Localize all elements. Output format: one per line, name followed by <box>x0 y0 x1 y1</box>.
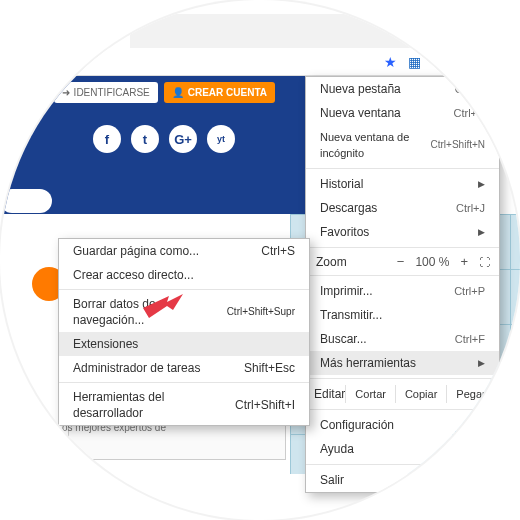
chevron-right-icon: ▶ <box>478 441 485 457</box>
menu-exit[interactable]: Salir <box>306 468 499 492</box>
opera-icon[interactable] <box>478 54 494 70</box>
zoom-out-button[interactable]: − <box>397 254 405 269</box>
submenu-clear-data[interactable]: Borrar datos de navegación... Ctrl+Shift… <box>59 292 309 332</box>
menu-separator <box>306 168 499 169</box>
chevron-right-icon: ▶ <box>478 176 485 192</box>
create-account-button[interactable]: 👤 CREAR CUENTA <box>164 82 275 103</box>
menu-downloads[interactable]: Descargas Ctrl+J <box>306 196 499 220</box>
cut-button[interactable]: Cortar <box>345 385 395 403</box>
menu-separator <box>306 275 499 276</box>
menu-zoom-row: Zoom − 100 % + ⛶ <box>306 251 499 272</box>
identify-button[interactable]: ➜ IDENTIFICARSE <box>54 82 158 103</box>
extension-toolbar: ★ ▦ ✎ <box>0 48 500 76</box>
menu-history[interactable]: Historial ▶ <box>306 172 499 196</box>
sel-extension-icon[interactable] <box>454 54 470 70</box>
youtube-icon[interactable]: yt <box>207 125 235 153</box>
user-plus-icon: 👤 <box>172 87 184 98</box>
menu-print[interactable]: Imprimir... Ctrl+P <box>306 279 499 303</box>
twitter-icon[interactable]: t <box>131 125 159 153</box>
fullscreen-icon[interactable]: ⛶ <box>479 256 489 268</box>
menu-help[interactable]: Ayuda ▶ <box>306 437 499 461</box>
menu-cast[interactable]: Transmitir... <box>306 303 499 327</box>
svg-marker-0 <box>143 294 183 318</box>
create-label: CREAR CUENTA <box>188 87 267 98</box>
menu-separator <box>306 464 499 465</box>
submenu-create-shortcut[interactable]: Crear acceso directo... <box>59 263 309 287</box>
browser-main-menu: Nueva pestaña Ctrl+T Nueva ventana Ctrl+… <box>305 76 500 493</box>
menu-more-tools[interactable]: Más herramientas ▶ <box>306 351 499 375</box>
annotation-arrow-icon <box>143 290 183 318</box>
login-icon: ➜ <box>62 87 70 98</box>
social-icons: f t G+ yt <box>93 125 235 153</box>
menu-new-tab[interactable]: Nueva pestaña Ctrl+T <box>306 77 499 101</box>
google-plus-icon[interactable]: G+ <box>169 125 197 153</box>
browser-tab-strip <box>130 14 420 48</box>
chevron-right-icon: ▶ <box>478 224 485 240</box>
menu-new-window[interactable]: Nueva ventana Ctrl+N <box>306 101 499 125</box>
paste-button[interactable]: Pegar <box>446 385 494 403</box>
more-tools-submenu: Guardar página como... Ctrl+S Crear acce… <box>58 238 310 426</box>
menu-separator <box>306 378 499 379</box>
extension-icon[interactable]: ✎ <box>430 54 446 70</box>
facebook-icon[interactable]: f <box>93 125 121 153</box>
menu-incognito[interactable]: Nueva ventana de incógnito Ctrl+Shift+N <box>306 125 499 165</box>
submenu-extensions[interactable]: Extensiones <box>59 332 309 356</box>
submenu-task-manager[interactable]: Administrador de tareas Shift+Esc <box>59 356 309 380</box>
copy-button[interactable]: Copiar <box>395 385 446 403</box>
submenu-save-page[interactable]: Guardar página como... Ctrl+S <box>59 239 309 263</box>
menu-separator <box>306 409 499 410</box>
zoom-value: 100 % <box>415 255 449 269</box>
reader-icon[interactable]: ▦ <box>406 54 422 70</box>
menu-separator <box>59 289 309 290</box>
hero-accent-pill <box>0 189 52 213</box>
menu-settings[interactable]: Configuración <box>306 413 499 437</box>
menu-separator <box>306 247 499 248</box>
menu-edit-row: Editar Cortar Copiar Pegar <box>306 382 499 406</box>
identify-label: IDENTIFICARSE <box>74 87 150 98</box>
submenu-dev-tools[interactable]: Herramientas del desarrollador Ctrl+Shif… <box>59 385 309 425</box>
chevron-right-icon: ▶ <box>478 355 485 371</box>
menu-find[interactable]: Buscar... Ctrl+F <box>306 327 499 351</box>
menu-bookmarks[interactable]: Favoritos ▶ <box>306 220 499 244</box>
bookmark-star-icon[interactable]: ★ <box>382 54 398 70</box>
menu-separator <box>59 382 309 383</box>
zoom-in-button[interactable]: + <box>460 254 468 269</box>
